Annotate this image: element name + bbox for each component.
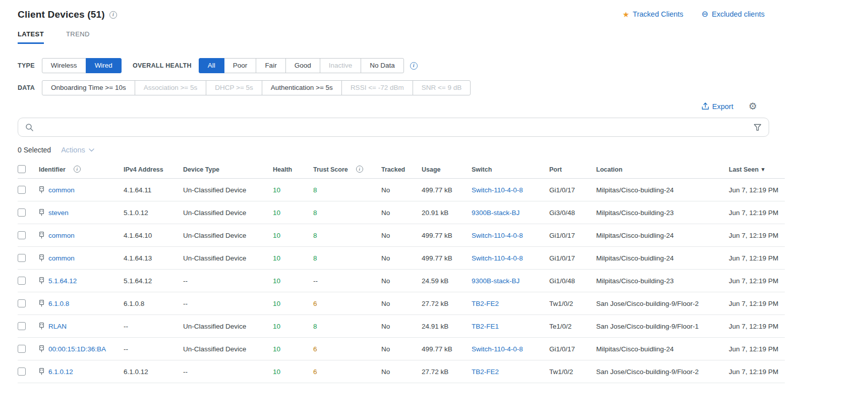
identifier-link[interactable]: RLAN bbox=[48, 323, 67, 330]
health-cell: 10 bbox=[269, 201, 309, 224]
search-bar[interactable] bbox=[18, 118, 769, 137]
col-location[interactable]: Location bbox=[592, 160, 725, 179]
health-info-icon[interactable] bbox=[410, 62, 418, 70]
table-toolbar: Export ⚙ bbox=[18, 101, 785, 111]
export-button[interactable]: Export bbox=[702, 102, 733, 111]
switch-link[interactable]: TB2-FE1 bbox=[472, 323, 499, 330]
identifier-info-icon[interactable] bbox=[74, 166, 81, 173]
identifier-link[interactable]: common bbox=[48, 186, 75, 194]
health-score-link[interactable]: 10 bbox=[273, 186, 280, 194]
switch-link[interactable]: Switch-110-4-0-8 bbox=[472, 345, 523, 353]
title-info-icon[interactable] bbox=[109, 11, 117, 19]
wired-device-icon bbox=[39, 323, 44, 330]
row-checkbox[interactable] bbox=[18, 231, 26, 239]
col-trust-score[interactable]: Trust Score bbox=[309, 160, 377, 179]
identifier-link[interactable]: common bbox=[48, 254, 75, 262]
wired-device-icon bbox=[39, 345, 44, 352]
col-tracked[interactable]: Tracked bbox=[377, 160, 418, 179]
health-score-link[interactable]: 10 bbox=[273, 209, 280, 217]
identifier-link[interactable]: common bbox=[48, 232, 75, 239]
filter-funnel-icon[interactable] bbox=[754, 124, 762, 131]
col-last-seen[interactable]: Last Seen▾ bbox=[725, 160, 785, 179]
health-score-link[interactable]: 10 bbox=[273, 368, 280, 376]
row-checkbox[interactable] bbox=[18, 299, 26, 307]
data-option-rssi-72-dbm[interactable]: RSSI <= -72 dBm bbox=[341, 80, 413, 95]
health-cell: 10 bbox=[269, 224, 309, 247]
usage-cell: 27.72 kB bbox=[418, 292, 468, 315]
tab-latest[interactable]: LATEST bbox=[18, 30, 44, 44]
search-input[interactable] bbox=[39, 123, 748, 132]
trust-score-info-icon[interactable] bbox=[356, 166, 363, 173]
switch-link[interactable]: Switch-110-4-0-8 bbox=[472, 232, 523, 239]
identifier-link[interactable]: 6.1.0.12 bbox=[48, 368, 73, 376]
identifier-cell: 6.1.0.8 bbox=[35, 292, 120, 315]
col-port[interactable]: Port bbox=[545, 160, 592, 179]
health-option-inactive[interactable]: Inactive bbox=[320, 58, 362, 73]
row-checkbox[interactable] bbox=[18, 277, 26, 285]
star-icon: ★ bbox=[622, 11, 629, 18]
data-option-authentication-5s[interactable]: Authentication >= 5s bbox=[262, 80, 342, 95]
row-checkbox[interactable] bbox=[18, 186, 26, 194]
row-checkbox[interactable] bbox=[18, 345, 26, 353]
switch-link[interactable]: TB2-FE2 bbox=[472, 300, 499, 307]
select-all-checkbox[interactable] bbox=[18, 165, 26, 173]
health-option-fair[interactable]: Fair bbox=[256, 58, 285, 73]
excluded-clients-link[interactable]: ⊖ Excluded clients bbox=[702, 10, 765, 18]
health-score-link[interactable]: 10 bbox=[273, 232, 280, 239]
tracked-clients-link[interactable]: ★ Tracked Clients bbox=[622, 10, 683, 18]
switch-link[interactable]: Switch-110-4-0-8 bbox=[472, 254, 523, 262]
row-checkbox[interactable] bbox=[18, 322, 26, 330]
health-option-good[interactable]: Good bbox=[285, 58, 320, 73]
switch-link[interactable]: 9300B-stack-BJ bbox=[472, 277, 519, 285]
col-usage[interactable]: Usage bbox=[418, 160, 468, 179]
excluded-clients-label: Excluded clients bbox=[712, 10, 765, 18]
identifier-link[interactable]: 5.1.64.12 bbox=[48, 277, 77, 285]
health-score-link[interactable]: 10 bbox=[273, 345, 280, 353]
trust-score-value: -- bbox=[313, 277, 318, 285]
col-health[interactable]: Health bbox=[269, 160, 309, 179]
col-device-type[interactable]: Device Type bbox=[179, 160, 269, 179]
identifier-link[interactable]: steven bbox=[48, 209, 69, 217]
table-row: common4.1.64.11Un-Classified Device108No… bbox=[18, 179, 785, 201]
data-option-dhcp-5s[interactable]: DHCP >= 5s bbox=[206, 80, 262, 95]
data-filter-row: DATA Onboarding Time >= 10sAssociation >… bbox=[18, 80, 785, 95]
identifier-link[interactable]: 6.1.0.8 bbox=[48, 300, 69, 307]
row-checkbox[interactable] bbox=[18, 368, 26, 376]
health-score-link[interactable]: 10 bbox=[273, 277, 280, 285]
health-score-link[interactable]: 10 bbox=[273, 254, 280, 262]
type-option-wired[interactable]: Wired bbox=[86, 58, 122, 73]
health-option-all[interactable]: All bbox=[199, 58, 224, 73]
type-option-wireless[interactable]: Wireless bbox=[42, 58, 86, 73]
identifier-cell: 5.1.64.12 bbox=[35, 270, 120, 292]
health-option-poor[interactable]: Poor bbox=[224, 58, 257, 73]
tab-trend[interactable]: TREND bbox=[66, 30, 90, 44]
wired-device-icon bbox=[39, 277, 44, 284]
row-checkbox[interactable] bbox=[18, 208, 26, 217]
usage-cell: 499.77 kB bbox=[418, 179, 468, 201]
switch-link[interactable]: TB2-FE2 bbox=[472, 368, 499, 376]
identifier-cell: steven bbox=[35, 201, 120, 224]
type-label: TYPE bbox=[18, 62, 35, 69]
health-option-no-data[interactable]: No Data bbox=[361, 58, 404, 73]
col-identifier[interactable]: Identifier bbox=[35, 160, 120, 179]
identifier-link[interactable]: 00:00:15:1D:36:BA bbox=[48, 345, 106, 353]
trust-score-cell: 8 bbox=[309, 247, 377, 270]
row-checkbox-cell bbox=[18, 270, 35, 292]
data-option-snr-9-db[interactable]: SNR <= 9 dB bbox=[413, 80, 471, 95]
identifier-cell: 00:00:15:1D:36:BA bbox=[35, 338, 120, 360]
switch-link[interactable]: 9300B-stack-BJ bbox=[472, 209, 519, 217]
row-checkbox[interactable] bbox=[18, 254, 26, 262]
col-ipv4-address[interactable]: IPv4 Address bbox=[120, 160, 179, 179]
gear-icon[interactable]: ⚙ bbox=[748, 101, 757, 111]
data-option-association-5s[interactable]: Association >= 5s bbox=[135, 80, 207, 95]
chevron-down-icon bbox=[89, 148, 94, 152]
actions-dropdown[interactable]: Actions bbox=[61, 146, 94, 154]
trust-score-value: 8 bbox=[313, 186, 317, 194]
col-switch[interactable]: Switch bbox=[468, 160, 545, 179]
switch-link[interactable]: Switch-110-4-0-8 bbox=[472, 186, 523, 194]
data-option-onboarding-time-10s[interactable]: Onboarding Time >= 10s bbox=[42, 80, 135, 95]
usage-cell: 20.91 kB bbox=[418, 201, 468, 224]
health-score-link[interactable]: 10 bbox=[273, 300, 280, 307]
trust-score-cell: 6 bbox=[309, 360, 377, 383]
health-score-link[interactable]: 10 bbox=[273, 323, 280, 330]
